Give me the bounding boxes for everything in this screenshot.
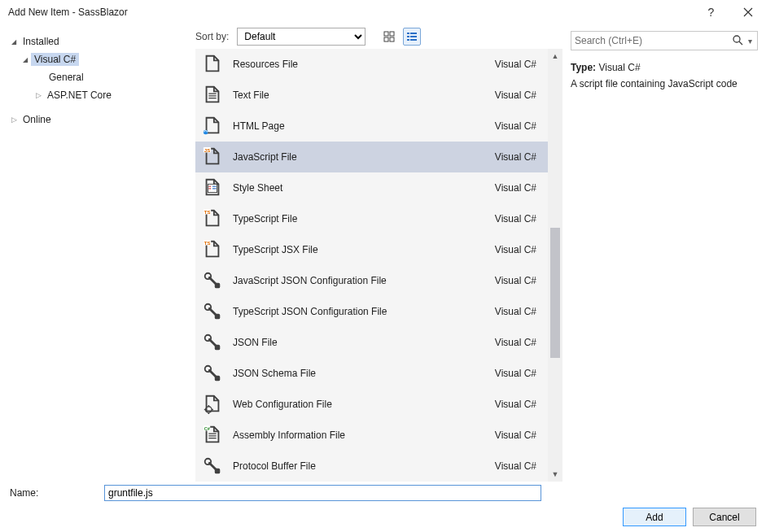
view-tiles-button[interactable] <box>380 28 398 46</box>
proto-icon <box>200 454 225 478</box>
svg-rect-2 <box>384 37 388 41</box>
template-name: JavaScript File <box>233 151 495 163</box>
template-name: Style Sheet <box>233 182 495 194</box>
window-title: Add New Item - SassBlazor <box>8 7 693 18</box>
template-name: Resources File <box>233 59 495 70</box>
template-lang: Visual C# <box>495 306 540 317</box>
search-icon[interactable] <box>730 34 745 48</box>
search-dropdown-icon[interactable]: ▾ <box>746 37 754 46</box>
svg-rect-21 <box>215 314 221 320</box>
name-input[interactable] <box>104 485 541 501</box>
tree-installed[interactable]: Installed <box>8 33 190 50</box>
template-row[interactable]: TypeScript JSON Configuration FileVisual… <box>195 296 548 327</box>
template-lang: Visual C# <box>495 244 540 255</box>
template-name: JavaScript JSON Configuration File <box>233 275 495 286</box>
svg-rect-1 <box>390 32 394 36</box>
svg-rect-7 <box>410 36 417 37</box>
search-box[interactable]: ▾ <box>571 31 758 50</box>
ts-icon: TS <box>200 238 225 262</box>
resources-icon <box>200 52 225 76</box>
template-row[interactable]: Web Configuration FileVisual C# <box>195 389 548 420</box>
template-name: TypeScript JSON Configuration File <box>233 306 495 317</box>
template-name: TypeScript File <box>233 213 495 225</box>
template-lang: Visual C# <box>495 337 540 348</box>
template-name: Web Configuration File <box>233 399 495 410</box>
template-scrollbar[interactable]: ▲ ▼ <box>548 49 562 482</box>
template-name: Text File <box>233 89 495 101</box>
svg-rect-25 <box>215 376 221 382</box>
svg-point-31 <box>733 36 740 42</box>
template-lang: Visual C# <box>495 120 540 132</box>
svg-text:TS: TS <box>204 241 211 246</box>
template-row[interactable]: Text FileVisual C# <box>195 80 548 111</box>
template-lang: Visual C# <box>495 213 540 225</box>
template-row[interactable]: Style SheetVisual C# <box>195 172 548 203</box>
category-tree: Installed Visual C# General ASP.NET Core… <box>0 24 195 480</box>
template-row[interactable]: Resources FileVisual C# <box>195 49 548 80</box>
template-row[interactable]: TSTypeScript JSX FileVisual C# <box>195 234 548 265</box>
details-description: A script file containing JavaScript code <box>571 78 758 89</box>
template-list[interactable]: Resources FileVisual C#Text FileVisual C… <box>195 49 548 482</box>
tree-general[interactable]: General <box>8 68 190 86</box>
template-lang: Visual C# <box>495 182 540 194</box>
html-icon <box>200 114 225 138</box>
help-button[interactable]: ? <box>693 0 729 24</box>
svg-text:JS: JS <box>204 148 210 153</box>
name-label: Name: <box>10 487 104 499</box>
json-icon <box>200 330 225 355</box>
svg-rect-4 <box>407 33 409 34</box>
template-lang: Visual C# <box>495 59 540 70</box>
tree-aspnet-core[interactable]: ASP.NET Core <box>8 86 190 104</box>
svg-rect-19 <box>215 283 221 289</box>
template-lang: Visual C# <box>495 151 540 163</box>
view-list-button[interactable] <box>403 28 421 46</box>
template-row[interactable]: JSON Schema FileVisual C# <box>195 358 548 389</box>
svg-rect-3 <box>390 37 394 41</box>
json-icon <box>200 361 225 386</box>
template-name: TypeScript JSX File <box>233 244 495 255</box>
template-lang: Visual C# <box>495 89 540 101</box>
scroll-up-icon[interactable]: ▲ <box>548 49 562 63</box>
sort-toolbar: Sort by: Default <box>195 24 562 49</box>
tree-online[interactable]: Online <box>8 111 190 129</box>
json-icon <box>200 299 225 324</box>
add-button[interactable]: Add <box>623 508 686 526</box>
sort-by-select[interactable]: Default <box>237 28 365 46</box>
template-lang: Visual C# <box>495 399 540 410</box>
template-row[interactable]: C#Assembly Information FileVisual C# <box>195 420 548 451</box>
footer: Name: Add Cancel <box>0 480 766 532</box>
svg-text:C#: C# <box>204 426 210 431</box>
caret-icon <box>8 116 20 124</box>
close-button[interactable] <box>729 0 766 24</box>
template-lang: Visual C# <box>495 275 540 286</box>
template-lang: Visual C# <box>495 460 540 472</box>
svg-rect-5 <box>410 33 417 34</box>
css-icon <box>200 176 225 200</box>
tree-visual-csharp[interactable]: Visual C# <box>8 50 190 68</box>
template-lang: Visual C# <box>495 430 540 441</box>
svg-rect-0 <box>384 32 388 36</box>
js-icon: JS <box>200 145 225 169</box>
text-icon <box>200 83 225 107</box>
search-input[interactable] <box>575 35 730 46</box>
template-row[interactable]: JSON FileVisual C# <box>195 327 548 358</box>
json-icon <box>200 268 225 293</box>
svg-rect-23 <box>215 345 221 351</box>
template-lang: Visual C# <box>495 368 540 379</box>
template-row[interactable]: Protocol Buffer FileVisual C# <box>195 451 548 482</box>
template-row[interactable]: JSJavaScript FileVisual C# <box>195 142 548 172</box>
template-row[interactable]: TSTypeScript FileVisual C# <box>195 203 548 234</box>
webconfig-icon <box>200 392 225 416</box>
scroll-down-icon[interactable]: ▼ <box>548 467 562 482</box>
template-row[interactable]: JavaScript JSON Configuration FileVisual… <box>195 265 548 296</box>
ts-icon: TS <box>200 207 225 231</box>
scroll-thumb[interactable] <box>550 228 560 358</box>
template-name: HTML Page <box>233 120 495 132</box>
svg-rect-30 <box>215 469 221 474</box>
svg-rect-9 <box>410 39 417 41</box>
cancel-button[interactable]: Cancel <box>693 508 756 526</box>
caret-icon <box>8 38 20 46</box>
template-row[interactable]: HTML PageVisual C# <box>195 111 548 142</box>
details-pane: ▾ Type: Visual C# A script file containi… <box>562 24 766 480</box>
sort-by-label: Sort by: <box>195 31 229 42</box>
